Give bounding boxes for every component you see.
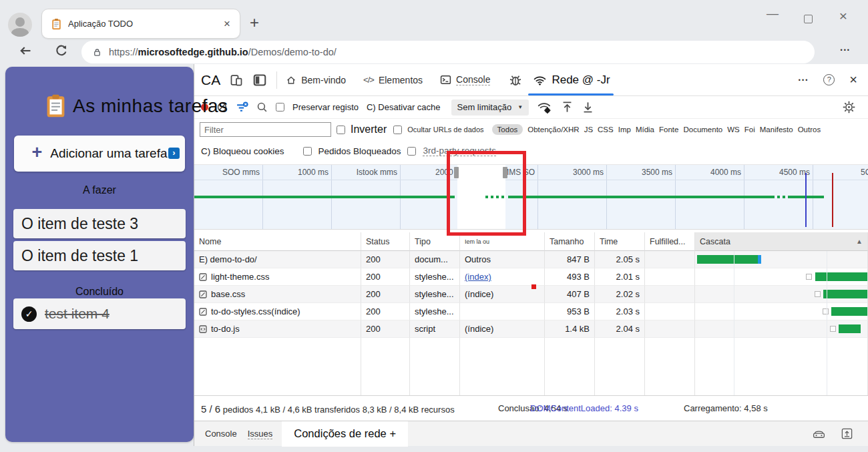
filter-type-img[interactable]: Imp	[618, 126, 631, 134]
tab-console[interactable]: Console	[431, 64, 499, 95]
request-type: script	[410, 320, 460, 338]
help-icon[interactable]: ?	[823, 74, 835, 85]
sort-asc-icon: ▲	[856, 238, 863, 245]
disable-cache-label[interactable]: C) Desativar cache	[367, 102, 441, 112]
filter-input[interactable]	[200, 122, 331, 137]
third-party-checkbox[interactable]	[407, 147, 416, 156]
col-fulfilled[interactable]: Fulfilled...	[645, 232, 695, 251]
export-har-icon[interactable]	[582, 101, 594, 114]
waterfall-bar	[839, 324, 861, 333]
filter-type-other[interactable]: Outros	[798, 126, 821, 134]
browser-tab-strip: Aplicação TODO × + — ×	[0, 0, 868, 39]
filter-type-font[interactable]: Fonte	[659, 126, 678, 134]
blocked-cookies-label[interactable]: C) Bloqueou cookies	[201, 146, 284, 156]
new-tab-button[interactable]: +	[250, 13, 259, 32]
request-status: 200	[361, 303, 410, 320]
filter-type-doc[interactable]: Documento	[683, 126, 722, 134]
url-text: https://microsoftedge.github.io/Demos/de…	[109, 47, 337, 57]
filter-funnel-icon[interactable]	[236, 101, 248, 113]
request-name: base.css	[211, 289, 245, 299]
request-status: 200	[361, 251, 410, 268]
network-summary-bar: 5 / 6 pedidos 4,1 kB / 4,6 kB transferid…	[194, 395, 868, 421]
col-waterfall[interactable]: Cascata ▲	[695, 232, 868, 251]
filter-type-js[interactable]: JS	[584, 126, 593, 134]
network-conditions-icon[interactable]	[537, 101, 553, 114]
col-time[interactable]: Time	[595, 232, 645, 251]
task-item[interactable]: O item de teste 3	[13, 209, 186, 238]
import-har-icon[interactable]	[561, 101, 574, 114]
request-name: light-theme.css	[211, 272, 269, 282]
browser-menu-icon[interactable]: •••	[841, 47, 851, 53]
load-time: Carregamento: 4,58 s	[684, 403, 768, 413]
window-close-button[interactable]: ×	[833, 8, 853, 24]
waterfall-cell	[695, 251, 868, 268]
throttling-select[interactable]: Sem limitação ▼	[451, 99, 529, 116]
devtools-panel: CA Bem-vindo </> Elementos	[194, 64, 868, 446]
window-maximize-button[interactable]	[804, 15, 813, 23]
table-row[interactable]: light-theme.css 200 styleshe... (index) …	[194, 268, 868, 286]
completed-task-item[interactable]: ✓ test item 4	[13, 298, 186, 329]
tab-elements[interactable]: </> Elementos	[355, 64, 431, 95]
invert-checkbox[interactable]	[337, 126, 345, 134]
upload-tray-icon[interactable]	[841, 427, 853, 440]
waterfall-queue-marker	[815, 291, 821, 297]
request-name: E) demo-to-do/	[199, 254, 257, 264]
tick-1500: Istook mms	[357, 168, 397, 177]
browser-tab[interactable]: Aplicação TODO ×	[41, 9, 240, 39]
dock-side-icon[interactable]	[252, 73, 267, 87]
table-row[interactable]: to-do-styles.css(índice) 200 styleshe...…	[194, 303, 868, 320]
tab-welcome[interactable]: Bem-vindo	[277, 64, 355, 95]
request-initiator-link[interactable]: (index)	[465, 272, 491, 282]
hide-data-urls-checkbox[interactable]	[393, 126, 402, 134]
add-task-button[interactable]: + Adicionar uma tarefa ›	[14, 136, 185, 172]
debugger-bug-icon[interactable]	[508, 73, 523, 87]
check-icon[interactable]: ✓	[21, 306, 37, 322]
tab-welcome-label: Bem-vindo	[301, 75, 346, 85]
car-icon[interactable]	[812, 428, 826, 440]
todo-section-label: A fazer	[5, 184, 194, 196]
settings-gear-icon[interactable]	[842, 100, 856, 114]
network-overview-timeline[interactable]: SOO mms 1000 ms Istook mms 2000 ms MMS S…	[194, 164, 868, 230]
col-status[interactable]: Status	[361, 232, 410, 251]
filter-type-xhr[interactable]: Obtenção/XHR	[527, 126, 579, 134]
waterfall-load-guide	[827, 251, 827, 395]
search-icon[interactable]	[256, 101, 268, 113]
task-item[interactable]: O item de teste 1	[13, 241, 186, 270]
drawer-tab-issues[interactable]: Issues	[248, 429, 273, 439]
resource-type-filters: Todos Obtenção/XHR JS CSS Imp Mídia Font…	[492, 124, 821, 135]
filter-row-2: C) Bloqueou cookies Pedidos Bloqueados 3…	[194, 140, 868, 162]
js-file-icon	[199, 325, 207, 333]
table-row[interactable]: E) demo-to-do/ 200 docum... Outros 847 B…	[194, 251, 868, 268]
filter-type-manifest[interactable]: Manifesto	[760, 126, 793, 134]
table-row[interactable]: to-do.js 200 script (índice) 1.4 kB 2.04…	[194, 320, 868, 338]
drawer-tab-network-conditions[interactable]: Condições de rede +	[282, 421, 408, 447]
drawer-tab-console[interactable]: Console	[205, 429, 237, 439]
close-devtools-icon[interactable]: ×	[849, 72, 857, 87]
tick-3500: 3500 ms	[642, 168, 672, 177]
filter-type-media[interactable]: Mídia	[636, 126, 654, 134]
blocked-requests-checkbox[interactable]	[303, 147, 312, 156]
request-fulfilled	[645, 286, 695, 303]
profile-avatar[interactable]	[8, 13, 32, 37]
waterfall-bar-tip	[758, 255, 761, 264]
window-minimize-button[interactable]: —	[763, 7, 783, 21]
filter-type-all[interactable]: Todos	[492, 124, 523, 135]
device-emulation-icon[interactable]	[230, 73, 243, 87]
col-size[interactable]: Tamanho	[545, 232, 595, 251]
more-options-icon[interactable]: •••	[799, 77, 809, 83]
tab-close-icon[interactable]: ×	[224, 17, 230, 31]
reload-icon[interactable]	[55, 44, 68, 57]
url-domain: microsoftedge.github.io	[138, 47, 248, 57]
col-name[interactable]: Nome	[194, 232, 361, 251]
todo-app-sidebar: As minhas tarefas + Adicionar uma tarefa…	[5, 67, 194, 442]
inspect-element-icon[interactable]: CA	[201, 72, 220, 88]
preserve-log-checkbox[interactable]	[276, 103, 284, 111]
filter-type-css[interactable]: CSS	[598, 126, 614, 134]
back-icon[interactable]	[19, 44, 32, 57]
url-bar[interactable]: https://microsoftedge.github.io/Demos/de…	[81, 41, 815, 63]
request-time: 2.02 s	[595, 286, 645, 303]
filter-type-wasm[interactable]: Foi	[744, 126, 755, 134]
waterfall-cell	[695, 303, 868, 320]
filter-type-ws[interactable]: WS	[727, 126, 740, 134]
tab-network[interactable]: Rede @ -Jr	[523, 64, 620, 95]
